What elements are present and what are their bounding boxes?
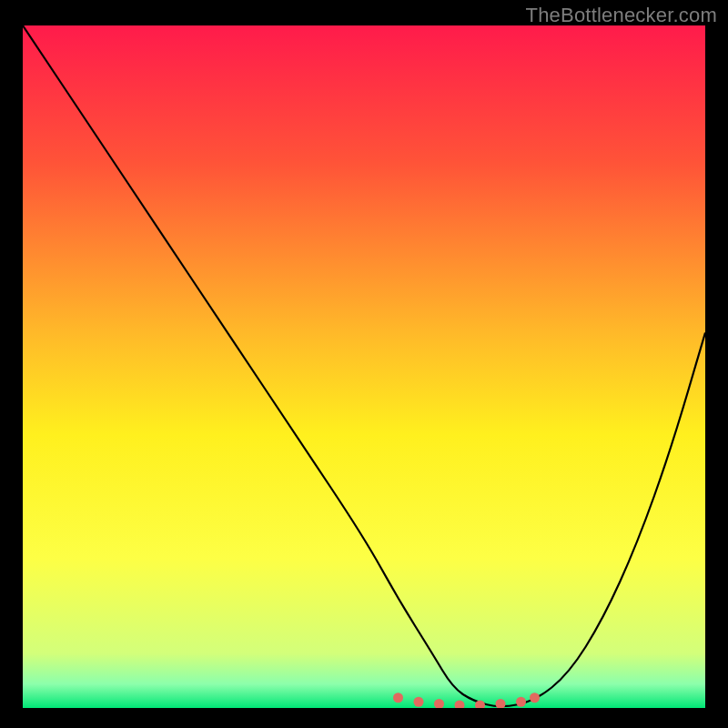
chart-container: TheBottlenecker.com xyxy=(0,0,728,728)
marker-dot xyxy=(530,693,540,703)
gradient-background xyxy=(23,25,705,708)
attribution-label: TheBottlenecker.com xyxy=(526,4,717,27)
marker-dot xyxy=(393,693,403,703)
plot-area xyxy=(23,25,705,708)
chart-svg xyxy=(23,25,705,708)
marker-dot xyxy=(414,697,424,707)
marker-dot xyxy=(516,697,526,707)
